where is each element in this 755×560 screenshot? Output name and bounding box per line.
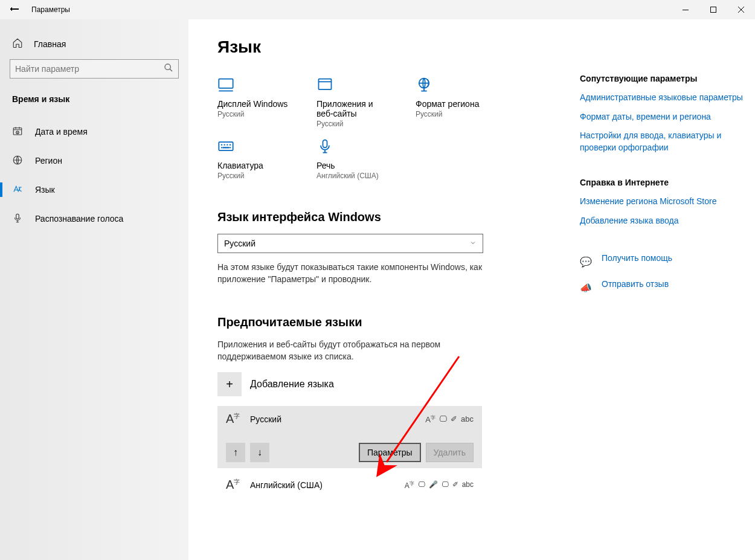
window-title: Параметры (29, 5, 70, 14)
related-link[interactable]: Административные языковые параметры (580, 92, 749, 104)
tile-title: Речь (316, 161, 389, 170)
maximize-button[interactable] (699, 0, 727, 19)
search-icon (164, 63, 173, 75)
clock-icon (12, 126, 23, 138)
nav-label: Регион (35, 156, 62, 166)
svg-rect-1 (711, 7, 716, 13)
monitor-icon (217, 74, 239, 95)
nav-language[interactable]: Язык (0, 175, 188, 204)
display-lang-select[interactable]: Русский (217, 234, 483, 253)
home-nav[interactable]: Главная (0, 34, 188, 59)
mic-icon (12, 213, 23, 225)
svg-rect-10 (219, 79, 233, 88)
language-options-button[interactable]: Параметры (359, 443, 421, 462)
help-heading: Справка в Интернете (580, 178, 749, 187)
language-char-icon: A字 (226, 412, 242, 426)
language-item-russian[interactable]: A字 Русский A字 🖵 ✐ abc ↑ ↓ Параметр (217, 406, 482, 468)
svg-rect-0 (683, 10, 689, 10)
tile-title: Приложения и веб-сайты (316, 99, 389, 118)
preferred-heading: Предпочитаемые языки (217, 315, 568, 329)
home-label: Главная (34, 39, 66, 49)
language-name: Русский (250, 414, 417, 424)
language-remove-button: Удалить (426, 443, 474, 462)
plus-icon: + (217, 372, 242, 396)
keyboard-icon (217, 135, 239, 157)
svg-rect-14 (323, 140, 327, 148)
right-rail: Сопутствующие параметры Административные… (580, 37, 749, 560)
feedback-link[interactable]: 📣 Отправить отзыв (580, 278, 749, 298)
preferred-desc: Приложения и веб-сайты будут отображатьс… (217, 339, 483, 362)
globe-stand-icon (416, 74, 437, 95)
get-help-link[interactable]: 💬 Получить помощь (580, 253, 749, 272)
move-up-button[interactable]: ↑ (226, 443, 245, 462)
help-link[interactable]: Изменение региона Microsoft Store (580, 196, 749, 208)
move-down-button[interactable]: ↓ (250, 443, 269, 462)
tile-title: Формат региона (416, 99, 488, 109)
tile-region-format[interactable]: Формат региона Русский (416, 74, 488, 128)
nav-date-time[interactable]: Дата и время (0, 117, 188, 146)
tile-sub: Русский (316, 120, 389, 128)
language-char-icon: A字 (226, 478, 242, 492)
feedback-icon: 📣 (580, 282, 593, 294)
home-icon (12, 37, 23, 51)
speech-feat-icon: 🎤 (429, 480, 438, 490)
display-feat-icon: A字 (405, 480, 414, 490)
related-link[interactable]: Формат даты, времени и региона (580, 111, 749, 123)
svg-rect-11 (319, 79, 332, 90)
mic-icon (316, 135, 338, 157)
region-feat-icon: 🖵 (442, 480, 449, 490)
tile-apps[interactable]: Приложения и веб-сайты Русский (316, 74, 389, 128)
support-label: Получить помощь (602, 253, 672, 265)
close-button[interactable] (727, 0, 755, 19)
tts-feat-icon: 🖵 (439, 414, 447, 424)
handwriting-feat-icon: ✐ (452, 480, 458, 490)
language-item-english[interactable]: A字 Английский (США) A字 🖵 🎤 🖵 ✐ abc (217, 472, 482, 498)
add-language-label: Добавление языка (250, 379, 334, 390)
svg-rect-13 (219, 142, 233, 150)
page-title: Язык (217, 37, 568, 57)
related-heading: Сопутствующие параметры (580, 74, 749, 83)
tile-title: Дисплей Windows (217, 99, 290, 109)
tts-feat-icon: 🖵 (418, 480, 425, 490)
content: Язык Дисплей Windows Русский Приложения … (217, 37, 580, 560)
tile-speech[interactable]: Речь Английский (США) (316, 135, 389, 180)
language-features: A字 🖵 ✐ abc (425, 414, 474, 424)
help-chat-icon: 💬 (580, 256, 593, 268)
sidebar: Главная Время и язык Дата и время Регион… (0, 19, 188, 560)
nav-speech[interactable]: Распознавание голоса (0, 204, 188, 233)
nav-label: Язык (35, 185, 55, 195)
tile-sub: Английский (США) (316, 172, 389, 180)
chevron-down-icon (469, 238, 477, 249)
spellcheck-feat-icon: abc (461, 414, 474, 424)
display-feat-icon: A字 (425, 414, 435, 424)
search-input-container[interactable] (10, 59, 179, 79)
nav-label: Дата и время (35, 127, 88, 137)
help-link[interactable]: Добавление языка ввода (580, 215, 749, 227)
category-label: Время и язык (0, 94, 188, 117)
handwriting-feat-icon: ✐ (451, 414, 457, 424)
titlebar: 🠔 Параметры (0, 0, 755, 19)
language-icon (12, 184, 23, 196)
related-link[interactable]: Настройки для ввода, клавиатуры и провер… (580, 130, 749, 153)
search-input[interactable] (15, 64, 164, 74)
tile-title: Клавиатура (217, 161, 290, 170)
display-lang-desc: На этом языке будут показываться такие к… (217, 262, 483, 285)
minimize-button[interactable] (672, 0, 699, 19)
language-name: Английский (США) (250, 480, 396, 490)
back-button[interactable]: 🠔 (0, 4, 29, 15)
tile-sub: Русский (217, 110, 290, 118)
tile-display[interactable]: Дисплей Windows Русский (217, 74, 290, 128)
select-value: Русский (224, 239, 469, 248)
svg-line-5 (170, 69, 172, 71)
nav-label: Распознавание голоса (35, 214, 123, 224)
display-lang-heading: Язык интерфейса Windows (217, 210, 568, 224)
nav-region[interactable]: Регион (0, 146, 188, 175)
tile-sub: Русский (217, 172, 290, 180)
tile-keyboard[interactable]: Клавиатура Русский (217, 135, 290, 180)
add-language-button[interactable]: + Добавление языка (217, 372, 568, 396)
spellcheck-feat-icon: abc (462, 480, 474, 490)
svg-point-4 (165, 64, 170, 69)
tile-sub: Русский (416, 110, 488, 118)
window-icon (316, 74, 338, 95)
language-features: A字 🖵 🎤 🖵 ✐ abc (405, 480, 474, 490)
